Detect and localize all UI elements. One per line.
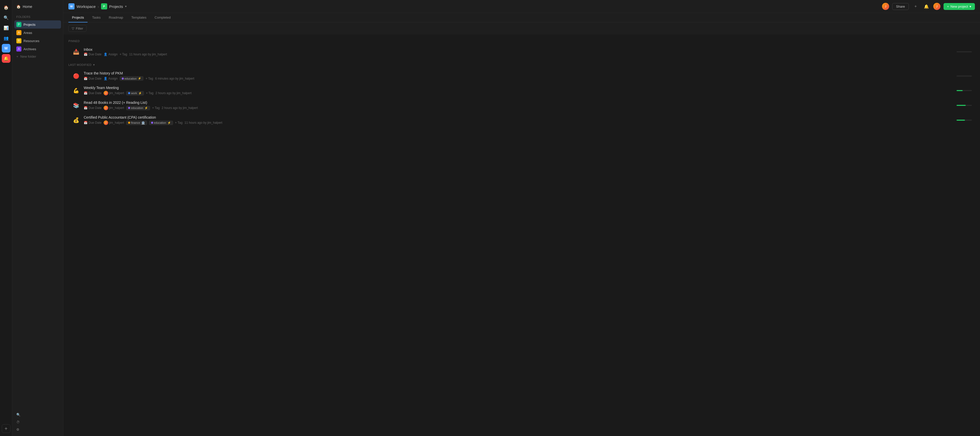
inbox-add-tag[interactable]: + Tag [120,53,127,56]
topbar: W Workspace › P Projects ▾ J Share + 🔔 J… [63,0,980,13]
sidebar-settings-item[interactable]: ⚙ [14,426,61,433]
new-project-button[interactable]: + New project ▾ [943,3,975,10]
sidebar-home-label: Home [23,5,32,9]
inbox-info: Inbox 📅 Due Date 👤 Assign + Tag [84,48,972,56]
cpa-user[interactable]: J jim_halpert [103,121,124,125]
meeting-tag-work[interactable]: work ⚡ [126,91,144,95]
sidebar-search-item[interactable]: 🔍 [14,411,61,418]
project-item-meeting[interactable]: 💪 Weekly Team Meeting 📅 Due Date J jim_h… [68,83,975,98]
books-due-date[interactable]: 📅 Due Date [84,106,102,110]
education-tag-dot [122,78,124,80]
tab-completed[interactable]: Completed [151,13,174,22]
sidebar-item-resources[interactable]: R Resources [14,37,61,45]
inbox-assign[interactable]: 👤 Assign [103,53,118,56]
new-project-label: New project [950,5,968,8]
books-meta: 📅 Due Date J jim_halpert education ⚡ [84,106,972,110]
cpa-emoji: 💰 [72,116,81,125]
pkm-due-date[interactable]: 📅 Due Date [84,77,102,80]
sidebar-history-item[interactable]: ⏱ [14,418,61,426]
new-folder-plus-icon: + [16,55,18,59]
calendar-icon: 📅 [84,121,88,124]
calendar-icon: 📅 [84,106,88,110]
pkm-meta: 📅 Due Date 👤 Assign education ⚡ [84,76,972,81]
cpa-timestamp: 11 hours ago by jim_halpert [185,121,222,124]
inbox-due-date[interactable]: 📅 Due Date [84,53,102,56]
books-emoji: 📚 [72,101,81,110]
tab-roadmap[interactable]: Roadmap [105,13,127,22]
resources-folder-icon: R [16,38,21,43]
cpa-progress [956,119,972,121]
meeting-due-date[interactable]: 📅 Due Date [84,91,102,95]
workspace-breadcrumb-link[interactable]: Workspace [76,4,96,9]
sidebar-home[interactable]: 🏠 Home [14,3,61,10]
pinned-section-label: PINNED [68,40,975,43]
pkm-tag-education[interactable]: education ⚡ [120,76,144,81]
folders-section-label: FOLDERS [14,14,61,19]
add-workspace-icon[interactable]: + [2,424,11,433]
tab-templates[interactable]: Templates [128,13,150,22]
meeting-progress-bar [956,90,972,91]
cpa-info: Certified Public Accountant (CPA) certif… [84,115,972,125]
sidebar-item-archives[interactable]: A Archives [14,45,61,53]
sidebar-item-areas[interactable]: A Areas [14,29,61,37]
inbox-meta: 📅 Due Date 👤 Assign + Tag 11 hours ago b… [84,53,972,56]
project-item-cpa[interactable]: 💰 Certified Public Accountant (CPA) cert… [68,113,975,127]
project-item-pkm[interactable]: 🔴 Trace the history of PKM 📅 Due Date 👤 … [68,68,975,83]
books-progress-fill [956,105,966,106]
meeting-emoji: 💪 [72,86,81,95]
sidebar-bottom: 🔍 ⏱ ⚙ [14,411,61,433]
pkm-emoji: 🔴 [72,72,81,81]
last-modified-sort-icon[interactable]: ▾ [93,63,95,67]
topbar-right: J Share + 🔔 J + New project ▾ [882,3,975,10]
inbox-progress [956,51,972,52]
sidebar-archives-label: Archives [24,47,36,51]
profile-avatar[interactable]: J [933,3,940,10]
search-icon: 🔍 [16,413,21,417]
graph-rail-icon[interactable]: 📊 [2,24,11,32]
books-user[interactable]: J jim_halpert [103,106,124,110]
avatar-group: J [882,3,889,10]
search-rail-icon[interactable]: 🔍 [2,13,11,22]
tab-tasks[interactable]: Tasks [89,13,104,22]
workspace-badge[interactable]: W [2,44,11,53]
meeting-add-tag[interactable]: + Tag [146,91,153,95]
new-folder-button[interactable]: + New folder [14,53,61,60]
add-button[interactable]: + [912,3,920,10]
new-project-plus-icon: + [947,5,949,8]
cpa-education-icon: ⚡ [167,121,171,124]
share-button[interactable]: Share [892,3,909,10]
work-tag-dot [128,92,130,94]
books-add-tag[interactable]: + Tag [152,106,159,110]
meeting-timestamp: 2 hours ago by jim_halpert [156,91,191,95]
breadcrumb-separator: › [98,4,99,9]
tab-projects[interactable]: Projects [68,13,88,22]
meeting-info: Weekly Team Meeting 📅 Due Date J jim_hal… [84,86,972,95]
home-rail-icon[interactable]: 🏠 [2,3,11,12]
cpa-tag-finance[interactable]: finance 🏦 [126,121,147,125]
notification-badge[interactable]: 🔔 [2,54,11,63]
cpa-tag-education[interactable]: education ⚡ [149,121,173,125]
filter-button[interactable]: ▽ Filter [68,25,86,32]
cpa-meta: 📅 Due Date J jim_halpert finance 🏦 [84,121,972,125]
pkm-add-tag[interactable]: + Tag [145,77,153,80]
projects-breadcrumb-icon: P [101,3,107,10]
project-item-books[interactable]: 📚 Read 48 Books in 2022 (+ Reading List)… [68,98,975,113]
last-modified-list: 🔴 Trace the history of PKM 📅 Due Date 👤 … [68,68,975,127]
sidebar-item-projects[interactable]: P Projects [14,21,61,29]
pkm-assign[interactable]: 👤 Assign [103,77,118,80]
filter-icon: ▽ [72,27,74,30]
project-item-inbox[interactable]: 📥 Inbox 📅 Due Date 👤 Assign + Ta [68,45,975,59]
people-rail-icon[interactable]: 👥 [2,34,11,42]
calendar-icon: 📅 [84,91,88,95]
books-tag-education[interactable]: education ⚡ [126,106,150,110]
projects-breadcrumb-link[interactable]: Projects [109,4,123,9]
main-content: W Workspace › P Projects ▾ J Share + 🔔 J… [63,0,980,436]
settings-icon: ⚙ [16,428,19,431]
cpa-due-date[interactable]: 📅 Due Date [84,121,102,124]
cpa-add-tag[interactable]: + Tag [175,121,183,124]
meeting-user-avatar: J [103,91,108,95]
meeting-meta: 📅 Due Date J jim_halpert work ⚡ [84,91,972,95]
projects-dropdown-icon[interactable]: ▾ [125,5,127,8]
notification-button[interactable]: 🔔 [923,3,930,10]
meeting-user[interactable]: J jim_halpert [103,91,124,95]
